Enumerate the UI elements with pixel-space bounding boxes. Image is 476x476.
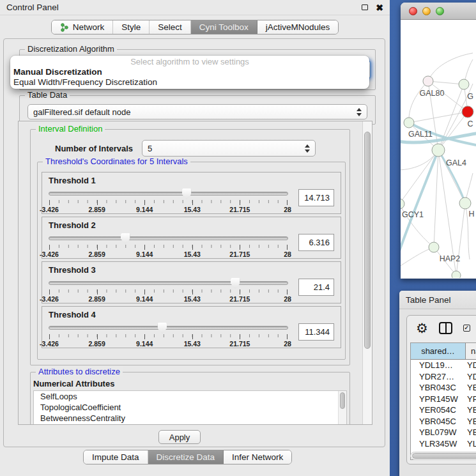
attribute-item[interactable]: SelfLoops [34,391,346,402]
tab-infer-network[interactable]: Infer Network [224,450,291,464]
table-cell: YBR0 [466,417,476,426]
combo-arrows-icon [305,144,310,153]
attributes-group: Attributes to discretize Numerical Attri… [30,372,350,425]
threshold-4-slider[interactable]: -3.4262.8599.14415.4321.71528 [47,321,291,348]
slider-tick-label: -3.426 [40,295,59,303]
group-title: Table Data [25,90,70,100]
control-panel: Control Panel ✖ Network Style Select Cyn… [0,0,390,476]
table-row[interactable]: YBR045CYBR0 [411,416,476,427]
threshold-3-slider[interactable]: -3.4262.8599.14415.4321.71528 [47,276,291,303]
threshold-2-panel: Threshold 2 -3.4262.8599.14415.4321.7152… [42,217,341,259]
table-cell: YPR1 [466,394,476,404]
threshold-label: Threshold 3 [49,265,335,275]
column-header-name[interactable]: na [466,343,476,359]
slider-handle[interactable] [231,278,240,289]
scrollbar-thumb[interactable] [412,453,476,459]
attribute-item[interactable]: TopologicalCoefficient [34,402,346,413]
table-cell: YBR043C [411,383,466,392]
table-row[interactable]: YLR345WYLR3 [411,438,476,450]
threshold-2-value-field[interactable]: 6.316 [298,234,334,251]
tab-label: Impute Data [92,452,139,462]
column-layout-icon[interactable] [439,322,452,334]
network-canvas[interactable]: GAL80GCGAL11GAL4GCY1HHAP2 [401,20,476,278]
threshold-4-value-field[interactable]: 11.344 [298,323,334,341]
gear-icon[interactable]: ⚙ [416,321,428,335]
table-cell: YBL079W [411,427,466,437]
threshold-3-panel: Threshold 3 -3.4262.8599.14415.4321.7152… [42,261,341,303]
tab-jactivemnodules[interactable]: jActiveMNodules [257,20,339,34]
attribute-item[interactable]: BetweennessCentrality [34,413,346,424]
scrollbar-thumb[interactable] [364,132,371,349]
zoom-button[interactable] [436,7,444,15]
threshold-3-value-field[interactable]: 21.4 [298,279,334,296]
slider-tick-label: 28 [284,340,291,348]
network-node[interactable] [423,76,433,86]
close-button[interactable] [409,7,417,15]
cyni-toolbox-panel: Discretization Algorithm Select algorith… [3,38,385,447]
column-header-shared-name[interactable]: shared… [411,343,466,359]
network-node[interactable] [404,118,414,128]
slider-tick-label: 21.715 [229,206,250,213]
table-cell: YDL19… [411,360,466,370]
tab-label: Infer Network [232,452,283,462]
slider-handle[interactable] [182,188,192,199]
horizontal-scrollbar[interactable] [410,452,476,460]
threshold-2-slider[interactable]: -3.4262.8599.14415.4321.71528 [47,231,291,258]
table-panel-window: Table Panel ⚙ ✓ ✓ shared… na YDL19…YDL1Y… [399,291,476,476]
network-node[interactable] [452,271,461,278]
table-panel-titlebar[interactable]: Table Panel [399,291,476,309]
table-row[interactable]: YDR27…YDR2 [411,371,476,383]
tab-cyni-toolbox[interactable]: Cyni Toolbox [191,20,257,34]
threshold-1-value-field[interactable]: 14.713 [298,189,334,206]
slider-tick-label: -3.426 [40,250,59,258]
network-node[interactable] [459,197,471,209]
table-row[interactable]: YER054CYER0 [411,404,476,416]
tab-discretize-data[interactable]: Discretize Data [148,450,224,464]
table-cell: YPR145W [411,394,466,404]
list-scrollbar[interactable] [338,391,346,424]
float-window-icon[interactable] [362,4,368,10]
slider-handle[interactable] [157,323,167,334]
slider-track[interactable] [49,326,288,330]
algorithm-dropdown-popup: Select algorithm to view settings Manual… [10,56,369,89]
apply-button[interactable]: Apply [158,430,201,444]
dropdown-option-manual-discretization[interactable]: Manual Discretization [10,67,369,77]
network-node[interactable] [462,106,473,118]
network-window-titlebar[interactable] [401,3,476,20]
network-node[interactable] [432,144,445,157]
tab-style[interactable]: Style [113,20,150,34]
table-row[interactable]: YBR043CYBR0 [411,382,476,394]
slider-track[interactable] [49,281,288,285]
slider-track[interactable] [49,192,288,196]
threshold-1-slider[interactable]: -3.4262.8599.14415.4321.71528 [47,187,291,213]
table-row[interactable]: YDL19…YDL1 [411,360,476,371]
table-data-combobox[interactable]: galFiltered.sif default node [27,104,367,119]
tab-network[interactable]: Network [52,20,114,34]
group-title: Attributes to discretize [36,367,123,376]
slider-ticks: -3.4262.8599.14415.4321.71528 [49,289,288,293]
table-row[interactable]: YBL079WYBL0 [411,427,476,438]
outer-scrollbar[interactable] [362,121,372,424]
numerical-attributes-list[interactable]: SelfLoopsTopologicalCoefficientBetweenne… [33,390,347,425]
thresholds-group: Threshold's Coordinates for 5 Intervals … [37,162,346,360]
table-panel-title: Table Panel [406,295,451,305]
network-node[interactable] [429,242,439,252]
slider-handle[interactable] [121,233,130,244]
close-icon[interactable]: ✖ [376,3,383,12]
table-cell: YDR27… [411,372,466,381]
table-row[interactable]: YPR145WYPR1 [411,394,476,405]
tab-select[interactable]: Select [150,20,191,34]
network-node[interactable] [401,199,404,209]
minimize-button[interactable] [422,7,431,15]
select-all-checkbox-icon[interactable]: ✓ [463,325,470,332]
node-label: HAP2 [440,254,461,263]
network-node[interactable] [459,79,469,89]
number-of-intervals-combobox[interactable]: 5 [142,140,316,157]
table-cell: YLR345W [411,439,466,449]
bottom-tabbar: Impute Data Discretize Data Infer Networ… [83,450,390,464]
slider-track[interactable] [49,236,288,240]
tab-impute-data[interactable]: Impute Data [84,450,148,464]
dropdown-option-equal-width-frequency[interactable]: Equal Width/Frequency Discretization [10,77,369,88]
threshold-1-panel: Threshold 1 -3.4262.8599.14415.4321.7152… [42,172,341,214]
slider-tick-label: 2.859 [88,206,105,213]
